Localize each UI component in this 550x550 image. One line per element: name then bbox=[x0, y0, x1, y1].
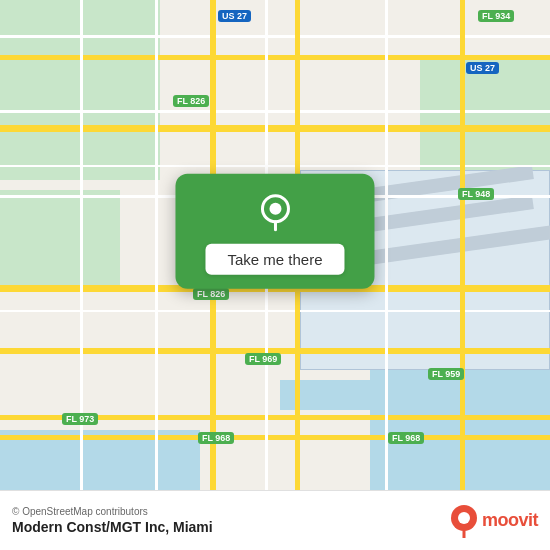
popup-card: Take me there bbox=[175, 174, 374, 289]
location-pin-icon bbox=[255, 192, 295, 232]
label-fl826-top: FL 826 bbox=[173, 95, 209, 107]
label-fl948: FL 948 bbox=[458, 188, 494, 200]
label-us27-top: US 27 bbox=[218, 10, 251, 22]
bottom-bar: © OpenStreetMap contributors Modern Cons… bbox=[0, 490, 550, 550]
label-fl959: FL 959 bbox=[428, 368, 464, 380]
moovit-pin-icon bbox=[450, 504, 478, 538]
park-area-topright bbox=[420, 60, 550, 180]
label-fl826-bottom: FL 826 bbox=[193, 288, 229, 300]
map-container: US 27 FL 826 FL 934 US 27 FL 948 FL 826 … bbox=[0, 0, 550, 490]
location-name: Modern Const/MGT Inc, Miami bbox=[12, 519, 213, 535]
map-attribution: © OpenStreetMap contributors bbox=[12, 506, 213, 517]
label-fl934: FL 934 bbox=[478, 10, 514, 22]
highway-v3 bbox=[460, 0, 465, 490]
moovit-brand-text: moovit bbox=[482, 510, 538, 531]
label-fl973: FL 973 bbox=[62, 413, 98, 425]
svg-point-1 bbox=[269, 203, 281, 215]
svg-point-3 bbox=[458, 512, 470, 524]
take-me-there-button[interactable]: Take me there bbox=[205, 244, 344, 275]
road-v2 bbox=[155, 0, 158, 490]
label-fl969: FL 969 bbox=[245, 353, 281, 365]
location-info: © OpenStreetMap contributors Modern Cons… bbox=[12, 506, 213, 535]
road-v4 bbox=[385, 0, 388, 490]
label-us27-right: US 27 bbox=[466, 62, 499, 74]
label-fl968-left: FL 968 bbox=[198, 432, 234, 444]
label-fl968-right: FL 968 bbox=[388, 432, 424, 444]
moovit-logo: moovit bbox=[450, 504, 538, 538]
park-area-left bbox=[0, 190, 120, 290]
